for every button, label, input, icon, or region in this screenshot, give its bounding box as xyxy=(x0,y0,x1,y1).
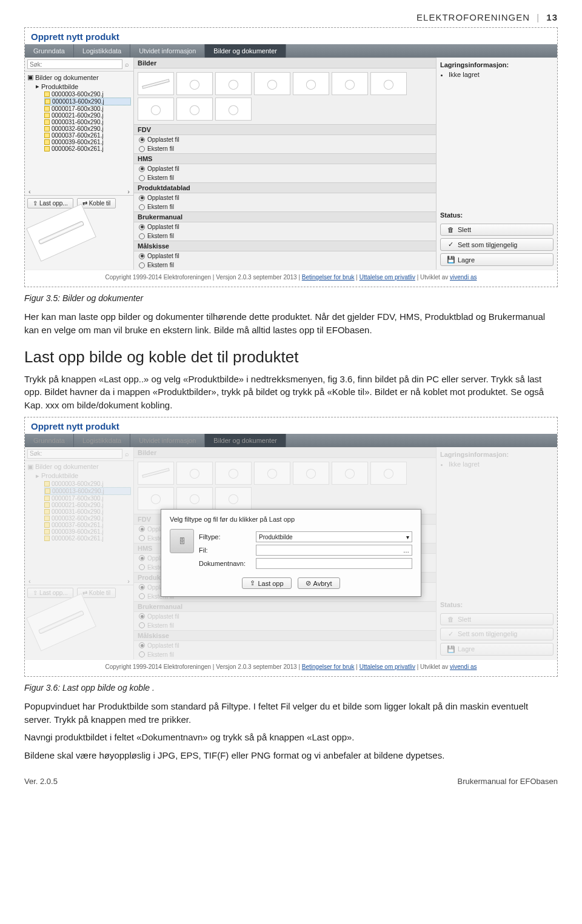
terms-link[interactable]: Betingelser for bruk xyxy=(302,274,355,281)
tree-folder-produktbilde[interactable]: ▸Produktbilde xyxy=(36,82,131,91)
thumbnail-placeholder[interactable]: ◯ xyxy=(176,72,213,95)
thumbnail-placeholder[interactable]: ◯ xyxy=(176,462,213,485)
tab-bilder-og-dokumenter[interactable]: Bilder og dokumenter xyxy=(205,44,286,58)
search-icon[interactable]: ⌕ xyxy=(122,450,131,457)
tree-file-item[interactable]: 0000039-600x261.j xyxy=(44,528,131,535)
thumbnail-placeholder[interactable]: ◯ xyxy=(254,72,290,95)
radio-option[interactable]: Ekstern fil xyxy=(134,592,436,601)
thumbnail[interactable] xyxy=(138,72,174,95)
thumbnail-placeholder[interactable]: ◯ xyxy=(138,487,174,510)
search-icon[interactable]: ⌕ xyxy=(122,61,131,68)
tree-file-item[interactable]: 0000017-600x300.j xyxy=(44,495,131,502)
radio-option[interactable]: Opplastet fil xyxy=(134,164,436,173)
chevron-right-icon[interactable]: › xyxy=(127,577,130,585)
page-number: 13 xyxy=(546,12,558,22)
tab-bilder-og-dokumenter[interactable]: Bilder og dokumenter xyxy=(205,434,286,447)
thumbnail-placeholder[interactable]: ◯ xyxy=(215,72,252,95)
chevron-left-icon[interactable]: ‹ xyxy=(28,577,31,585)
body-paragraph-4: Navngi produktbildet i feltet «Dokumentn… xyxy=(24,731,558,744)
radio-option[interactable]: Opplastet fil xyxy=(134,554,436,563)
tree-file-item[interactable]: 0000039-600x261.j xyxy=(44,139,131,145)
tab-logistikkdata[interactable]: Logistikkdata xyxy=(74,44,130,58)
radio-option[interactable]: Ekstern fil xyxy=(134,650,436,659)
tree-file-item[interactable]: 0000031-600x290.j xyxy=(44,119,131,125)
vendor-link[interactable]: vivendi as xyxy=(450,274,477,281)
tree-folder-produktbilde[interactable]: ▸Produktbilde xyxy=(36,471,131,480)
radio-option[interactable]: Ekstern fil xyxy=(134,231,436,241)
thumbnail-placeholder[interactable]: ◯ xyxy=(332,462,368,485)
privacy-link[interactable]: Uttalelse om privatliv xyxy=(360,274,415,281)
radio-option[interactable]: Ekstern fil xyxy=(134,534,436,543)
tree-file-item[interactable]: 0000037-600x261.j xyxy=(44,132,131,139)
radio-option[interactable]: Opplastet fil xyxy=(134,135,436,144)
tree-file-item[interactable]: 0000062-600x261.j xyxy=(44,145,131,152)
thumbnail-placeholder[interactable]: ◯ xyxy=(176,487,213,510)
radio-option[interactable]: Ekstern fil xyxy=(134,261,436,270)
tree-file-item[interactable]: 0000013-600x290.j xyxy=(44,98,131,105)
chevron-left-icon[interactable]: ‹ xyxy=(28,188,31,195)
radio-option[interactable]: Ekstern fil xyxy=(134,202,436,211)
radio-icon xyxy=(139,166,145,172)
thumbnail-placeholder[interactable]: ◯ xyxy=(176,98,213,121)
radio-option[interactable]: Ekstern fil xyxy=(134,144,436,153)
upload-button[interactable]: ⇪Last opp... xyxy=(27,588,73,598)
tree-root[interactable]: ▣Bilder og dokumenter xyxy=(27,73,131,82)
header-sep: | xyxy=(537,12,540,22)
save-button[interactable]: 💾Lagre xyxy=(440,253,554,266)
tree-file-item[interactable]: 0000032-600x290.j xyxy=(44,125,131,132)
tree-file-item[interactable]: 0000037-600x261.j xyxy=(44,522,131,528)
thumbnail-placeholder[interactable]: ◯ xyxy=(293,462,329,485)
tree-file-item[interactable]: 0000021-600x290.j xyxy=(44,112,131,119)
tree-file-item[interactable]: 0000032-600x290.j xyxy=(44,515,131,522)
radio-option[interactable]: Ekstern fil xyxy=(134,621,436,630)
tree-file-item[interactable]: 0000013-600x290.j xyxy=(44,487,131,495)
radio-option[interactable]: Opplastet fil xyxy=(134,251,436,261)
upload-button[interactable]: ⇪Last opp... xyxy=(27,198,73,208)
thumbnail-placeholder[interactable]: ◯ xyxy=(138,98,174,121)
radio-option[interactable]: Opplastet fil xyxy=(134,641,436,650)
tab-grunndata[interactable]: Grunndata xyxy=(25,44,74,58)
tab-logistikkdata[interactable]: Logistikkdata xyxy=(74,434,130,447)
radio-option[interactable]: Opplastet fil xyxy=(134,612,436,621)
radio-option[interactable]: Opplastet fil xyxy=(134,583,436,592)
vendor-link[interactable]: vivendi as xyxy=(450,663,477,670)
tree-file-item[interactable]: 0000031-600x290.j xyxy=(44,508,131,515)
privacy-link[interactable]: Uttalelse om privatliv xyxy=(360,663,415,670)
radio-option[interactable]: Ekstern fil xyxy=(134,563,436,572)
thumbnail-placeholder[interactable]: ◯ xyxy=(215,487,252,510)
thumbnail-placeholder[interactable]: ◯ xyxy=(215,462,252,485)
thumbnail-placeholder[interactable]: ◯ xyxy=(332,72,368,95)
radio-option[interactable]: Opplastet fil xyxy=(134,525,436,534)
delete-button[interactable]: 🗑Slett xyxy=(440,224,554,236)
thumbnail-placeholder[interactable]: ◯ xyxy=(370,462,407,485)
radio-option[interactable]: Opplastet fil xyxy=(134,222,436,231)
tab-grunndata[interactable]: Grunndata xyxy=(25,434,74,447)
tree-file-item[interactable]: 0000062-600x261.j xyxy=(44,535,131,542)
thumbnail-placeholder[interactable]: ◯ xyxy=(254,462,290,485)
thumbnail-placeholder[interactable]: ◯ xyxy=(370,72,407,95)
set-available-button[interactable]: ✓Sett som tilgjengelig xyxy=(440,238,554,251)
sidebar-search-input[interactable] xyxy=(27,59,122,69)
tree-file-item[interactable]: 0000003-600x290.j xyxy=(44,480,131,487)
book-icon: ▣ xyxy=(27,463,33,471)
thumbnail[interactable] xyxy=(138,462,174,485)
tab-utvidet[interactable]: Utvidet informasjon xyxy=(130,44,205,58)
chevron-right-icon[interactable]: › xyxy=(127,188,130,195)
tree-file-item[interactable]: 0000003-600x290.j xyxy=(44,91,131,98)
tab-utvidet[interactable]: Utvidet informasjon xyxy=(130,434,205,447)
radio-icon xyxy=(139,195,145,201)
check-icon: ✓ xyxy=(447,630,454,638)
tree-root[interactable]: ▣Bilder og dokumenter xyxy=(27,462,131,471)
terms-link[interactable]: Betingelser for bruk xyxy=(302,663,355,670)
delete-button[interactable]: 🗑Slett xyxy=(440,613,554,625)
sidebar-search-input[interactable] xyxy=(27,449,122,459)
save-button[interactable]: 💾Lagre xyxy=(440,643,554,656)
thumbnail-placeholder[interactable]: ◯ xyxy=(215,98,252,121)
set-available-button[interactable]: ✓Sett som tilgjengelig xyxy=(440,628,554,640)
thumbnail-placeholder[interactable]: ◯ xyxy=(293,72,329,95)
tree-file-item[interactable]: 0000021-600x290.j xyxy=(44,502,131,508)
radio-option[interactable]: Opplastet fil xyxy=(134,193,436,202)
tree-file-item[interactable]: 0000017-600x300.j xyxy=(44,105,131,112)
radio-option[interactable]: Ekstern fil xyxy=(134,173,436,182)
footer-docname: Brukermanual for EFObasen xyxy=(458,777,558,786)
